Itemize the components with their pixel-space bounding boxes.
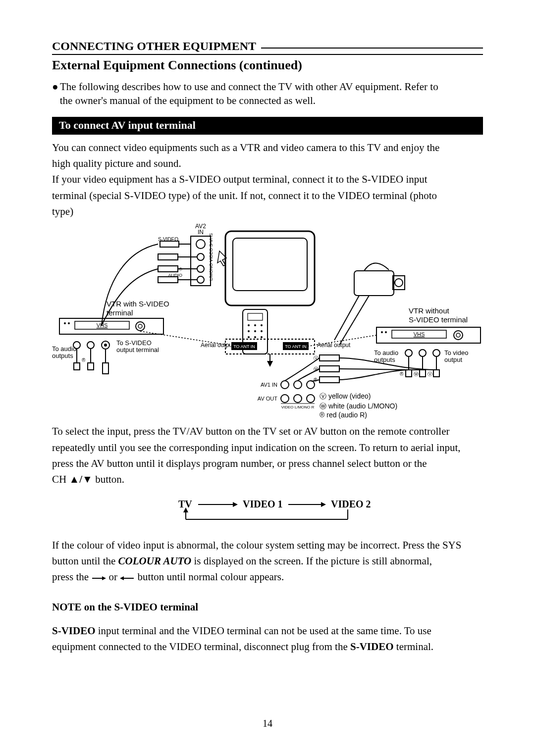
svg-point-49 (281, 381, 289, 389)
para2-suffix: button. (93, 473, 124, 485)
svg-point-1 (196, 240, 205, 249)
svg-rect-75 (420, 370, 426, 377)
section-black-bar: To connect AV input terminal (52, 117, 483, 135)
svg-point-39 (254, 330, 256, 332)
arrow-left-icon-inline (120, 575, 135, 581)
lbl-to-audio-left1: To audio (52, 345, 76, 353)
svg-rect-77 (320, 355, 339, 361)
svg-point-38 (248, 330, 250, 332)
svg-rect-76 (433, 370, 439, 377)
svg-point-20 (87, 342, 94, 349)
lbl-to-video-r1: To video (444, 349, 468, 356)
section-heading-row: CONNECTING OTHER EQUIPMENT (52, 40, 483, 55)
body-text-3: If the colour of video input is abnormal… (52, 538, 483, 584)
note-l2b: S-VIDEO (350, 641, 394, 653)
svg-point-4 (197, 253, 204, 260)
svg-line-60 (339, 296, 369, 345)
mark-r-right1: ® (400, 371, 404, 377)
svg-rect-81 (320, 377, 339, 383)
para3-l2a: button until the (52, 555, 118, 567)
para2-l4: CH ▲/▼ button. (52, 472, 483, 486)
lbl-to-svideo1: To S-VIDEO (116, 339, 152, 347)
svg-point-17 (136, 322, 145, 331)
note-l1: S-VIDEO input terminal and the VIDEO ter… (52, 624, 483, 638)
svg-point-62 (381, 331, 383, 333)
svg-point-22 (104, 344, 107, 347)
legend-w: ⓦ white (audio L/MONO) (320, 402, 397, 410)
svg-point-37 (261, 324, 263, 326)
note-heading: NOTE on the S-VIDEO terminal (52, 601, 483, 613)
lbl-to-video-r2: output (444, 356, 463, 363)
svg-rect-26 (74, 363, 80, 370)
para1-l1: You can connect video equipments such as… (52, 141, 483, 154)
svg-point-52 (281, 395, 289, 403)
svg-rect-7 (158, 254, 178, 260)
diagram-svg: AV2 IN S-VIDEO L/MONO VIDEO S-VHS ® AUDI… (52, 221, 483, 419)
lbl-lmono: L/MONO VIDEO S-VHS (209, 233, 214, 281)
cycle-v2: VIDEO 2 (331, 499, 371, 509)
cycle-tv: TV (178, 499, 192, 509)
svg-rect-30 (225, 231, 315, 305)
page-number: 14 (0, 718, 535, 729)
para3-l1: If the colour of video input is abnormal… (52, 538, 483, 552)
svg-point-40 (261, 330, 263, 332)
section-heading: CONNECTING OTHER EQUIPMENT (52, 40, 256, 53)
legend-r: ® red (audio R) (320, 411, 367, 419)
svg-rect-8 (158, 266, 178, 272)
svg-point-35 (248, 324, 250, 326)
lbl-antin-r: TO ANT IN (285, 344, 307, 349)
lbl-vtr-with2: terminal (107, 308, 133, 317)
svg-rect-27 (88, 363, 94, 370)
para2-l1: To select the input, press the TV/AV but… (52, 424, 483, 438)
bullet-icon: ● (52, 80, 60, 94)
svg-rect-28 (103, 363, 108, 374)
svg-point-50 (294, 381, 302, 389)
lbl-to-svideo2: output terminal (116, 346, 159, 353)
lbl-vhs-left: VHS (97, 322, 108, 328)
svg-point-54 (307, 395, 315, 403)
heading-rule (261, 48, 483, 49)
intro-line2: the owner's manual of the equipment to b… (60, 95, 316, 106)
note-l1a: S-VIDEO (52, 625, 96, 637)
body-text-1: You can connect video equipments such as… (52, 141, 483, 219)
para3-l2: button until the COLOUR AUTO is displaye… (52, 554, 483, 568)
svg-marker-91 (120, 576, 124, 580)
svg-rect-56 (354, 271, 394, 296)
svg-point-18 (138, 324, 142, 328)
para3-l3b: or (106, 571, 120, 583)
svg-point-36 (254, 324, 256, 326)
note-l2: equipment connected to the VIDEO termina… (52, 640, 483, 654)
para1-l4: terminal (special S-VIDEO type) of the u… (52, 189, 483, 202)
lbl-vtr-with1: VTR with S-VIDEO (107, 300, 169, 308)
svg-point-15 (68, 322, 70, 324)
legend-v: ⓥ yellow (video) (320, 392, 371, 400)
para2-l3: press the AV button until it displays pr… (52, 456, 483, 470)
svg-point-6 (197, 276, 204, 283)
body-text-2: To select the input, press the TV/AV but… (52, 424, 483, 486)
svg-rect-31 (233, 238, 307, 291)
para2-prefix: CH (52, 473, 69, 485)
svg-point-58 (395, 279, 403, 287)
mark-w-right: ⓦ (414, 371, 419, 377)
svg-point-65 (454, 331, 463, 340)
colour-auto: COLOUR AUTO (118, 555, 192, 567)
para3-l3: press the or button until normal colour … (52, 570, 483, 584)
svg-point-43 (261, 336, 263, 338)
svg-point-5 (197, 265, 204, 272)
arrow-right-icon (233, 502, 238, 507)
para1-l5: type) (52, 204, 483, 218)
svg-point-70 (433, 350, 440, 356)
note-l2c: terminal. (394, 641, 433, 653)
para3-l2c: is displayed on the screen. If the pictu… (191, 555, 432, 567)
down-triangle-icon: ▼ (82, 473, 93, 485)
para1-l3: If your video equipment has a S-VIDEO ou… (52, 172, 483, 186)
note-l2a: equipment connected to the VIDEO termina… (52, 641, 350, 653)
subsection-heading: External Equipment Connections (continue… (52, 58, 483, 73)
svg-point-14 (64, 322, 66, 324)
mark-r-left: ® (82, 357, 86, 363)
svg-rect-74 (406, 370, 412, 377)
svg-point-69 (419, 350, 426, 356)
lbl-vlmr: VIDEO L/MONO R (281, 405, 315, 409)
para2-l2: repeatedly until you see the correspondi… (52, 441, 483, 454)
mark-v-right: ⓥ (428, 371, 432, 377)
